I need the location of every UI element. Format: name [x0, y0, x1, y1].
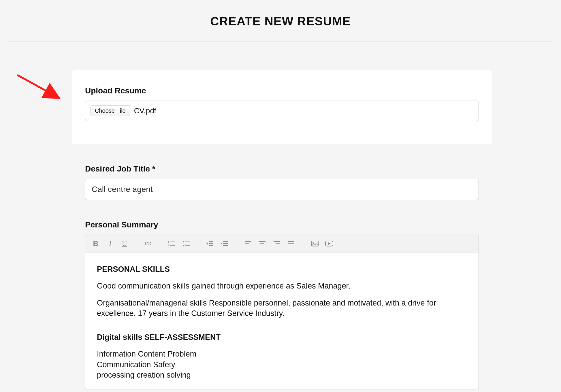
summary-heading-1: PERSONAL SKILLS [97, 264, 467, 274]
selected-file-name: CV.pdf [134, 106, 156, 115]
upload-card: Upload Resume Choose File CV.pdf [72, 70, 492, 144]
rich-text-editor: B I U 12 [85, 235, 479, 389]
summary-line-1: Information Content Problem [97, 349, 467, 359]
align-left-button[interactable] [242, 238, 254, 249]
svg-line-0 [17, 75, 59, 98]
svg-text:1: 1 [168, 240, 169, 243]
choose-file-button[interactable]: Choose File [91, 105, 130, 116]
indent-button[interactable] [219, 238, 230, 249]
link-button[interactable] [142, 238, 154, 249]
summary-line-2: Communication Safety [97, 359, 467, 370]
align-justify-button[interactable] [285, 238, 297, 249]
svg-point-7 [183, 245, 184, 246]
personal-summary-section: Personal Summary B I U 12 [72, 220, 492, 389]
svg-text:2: 2 [168, 244, 169, 247]
personal-summary-label: Personal Summary [85, 220, 479, 229]
bold-button[interactable]: B [90, 238, 101, 249]
editor-toolbar: B I U 12 [85, 235, 479, 252]
outdent-button[interactable] [204, 238, 216, 249]
job-title-section: Desired Job Title * [72, 164, 492, 200]
summary-paragraph-2: Organisational/managerial skills Respons… [97, 298, 467, 319]
job-title-input[interactable] [85, 179, 479, 200]
editor-content-area[interactable]: PERSONAL SKILLS Good communication skill… [85, 252, 479, 389]
job-title-label: Desired Job Title * [85, 164, 479, 174]
ordered-list-button[interactable]: 12 [166, 238, 178, 249]
unordered-list-button[interactable] [180, 238, 192, 249]
insert-image-button[interactable] [309, 238, 321, 249]
underline-button[interactable]: U [119, 238, 130, 249]
align-right-button[interactable] [271, 238, 283, 249]
summary-heading-2: Digital skills SELF-ASSESSMENT [97, 332, 467, 342]
italic-button[interactable]: I [104, 238, 116, 249]
svg-point-5 [183, 241, 184, 242]
page-title: CREATE NEW RESUME [0, 14, 561, 28]
header-divider [9, 41, 552, 42]
align-center-button[interactable] [257, 238, 268, 249]
summary-line-3: processing creation solving [97, 370, 467, 380]
svg-point-28 [313, 242, 314, 243]
annotation-arrow-icon [14, 69, 66, 110]
file-input-wrapper[interactable]: Choose File CV.pdf [85, 101, 479, 121]
summary-paragraph-1: Good communication skills gained through… [97, 281, 467, 291]
insert-video-button[interactable] [323, 238, 335, 249]
upload-resume-label: Upload Resume [85, 86, 479, 95]
